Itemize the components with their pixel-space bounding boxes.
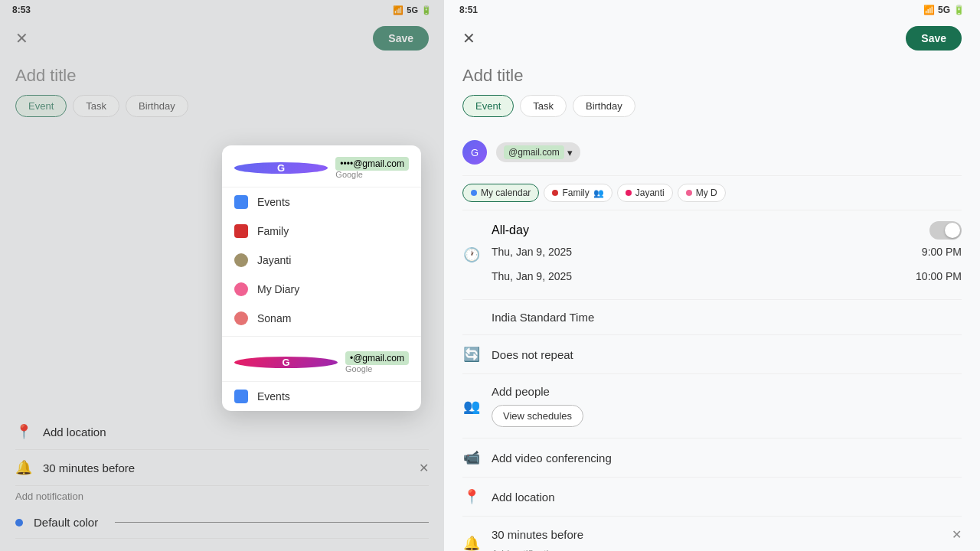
cal-item-events-2[interactable]: Events [222, 382, 421, 411]
tab-birthday-right[interactable]: Birthday [573, 95, 635, 117]
bell-icon-right: 🔔 [462, 535, 481, 551]
end-time: 10:00 PM [916, 270, 962, 282]
color-dot-jayanti [234, 253, 248, 267]
notification-label-right: 30 minutes before [492, 528, 583, 541]
time-right: 8:51 [459, 5, 478, 15]
add-people-label[interactable]: Add people [492, 385, 550, 398]
add-people-row: 👥 Add people View schedules [462, 374, 962, 439]
title-input-right[interactable] [462, 63, 962, 95]
clock-icon: 🕐 [462, 246, 481, 263]
avatar-account1: G [234, 162, 328, 174]
notification-close-right[interactable]: ✕ [952, 527, 962, 542]
view-schedules-button[interactable]: View schedules [492, 405, 583, 427]
tab-task-right[interactable]: Task [520, 95, 567, 117]
people-icon: 👥 [462, 398, 481, 415]
right-panel: 8:51 📶 5G 🔋 ✕ Save Event Task Birthday G… [444, 0, 980, 551]
status-bar-right: 8:51 📶 5G 🔋 [444, 0, 980, 20]
account-info-2: •@gmail.com Google [345, 350, 409, 373]
account-info-1: ••••@gmail.com Google [335, 156, 409, 179]
cal-item-events-1[interactable]: Events [222, 187, 421, 217]
color-dot-family [234, 224, 248, 238]
start-datetime[interactable]: Thu, Jan 9, 2025 9:00 PM [492, 240, 962, 264]
signal-icon-right: 📶 [923, 5, 935, 15]
tab-event-right[interactable]: Event [462, 95, 514, 117]
type-tabs-right: Event Task Birthday [462, 95, 962, 117]
start-time: 9:00 PM [922, 246, 962, 258]
avatar-account2: G [234, 357, 338, 368]
notif-row-inner: 30 minutes before ✕ [492, 527, 962, 542]
chip-my-calendar[interactable]: My calendar [462, 184, 539, 202]
people-icon-chip: 👥 [593, 188, 604, 198]
allday-switch[interactable] [929, 221, 962, 240]
toggle-knob [945, 223, 960, 238]
chevron-down-icon: ▾ [567, 147, 573, 158]
calendar-email-button[interactable]: @gmail.com ▾ [496, 142, 580, 162]
calendar-email-text: @gmail.com [504, 145, 564, 159]
repeat-label: Does not repeat [492, 348, 573, 361]
account-row-2: G •@gmail.com Google [222, 340, 421, 382]
account-sub-1: Google [335, 170, 409, 179]
dropdown-divider [222, 336, 421, 337]
close-button-right[interactable]: ✕ [462, 29, 475, 47]
view-schedules-container: View schedules [492, 405, 962, 427]
location-row-right[interactable]: 📍 Add location [462, 478, 962, 517]
end-date: Thu, Jan 9, 2025 [492, 270, 572, 282]
notification-row-right: 🔔 30 minutes before ✕ Add notification [462, 517, 962, 551]
cal-item-sonam[interactable]: Sonam [222, 304, 421, 333]
add-notification-right[interactable]: Add notification [492, 548, 962, 551]
timezone-row[interactable]: India Standard Time [462, 300, 962, 335]
network-right: 5G [938, 5, 950, 15]
allday-content: All-day Thu, Jan 9, 2025 9:00 PM Thu, Ja… [492, 221, 962, 289]
video-conf-label: Add video conferencing [492, 452, 612, 465]
account-email-1: ••••@gmail.com [335, 156, 409, 170]
cal-label-events-2: Events [257, 390, 290, 403]
cal-label-sonam: Sonam [257, 312, 291, 324]
chip-myd[interactable]: My D [678, 184, 726, 202]
calendar-chips: My calendar Family 👥 Jayanti My D [462, 176, 962, 210]
chip-dot-myd [686, 190, 692, 196]
chip-dot-mycal [471, 190, 477, 196]
start-date: Thu, Jan 9, 2025 [492, 246, 572, 258]
account-row-1: G ••••@gmail.com Google [222, 145, 421, 187]
chip-label-jayanti: Jayanti [635, 187, 665, 198]
repeat-icon: 🔄 [462, 346, 481, 363]
chip-jayanti[interactable]: Jayanti [617, 184, 673, 202]
cal-item-mydiary[interactable]: My Diary [222, 275, 421, 304]
account-email-2: •@gmail.com [345, 350, 409, 364]
calendar-dropdown: G ••••@gmail.com Google Events Family Ja… [222, 145, 421, 411]
allday-label: All-day [492, 223, 529, 237]
chip-label-mycal: My calendar [481, 187, 531, 198]
location-label-right: Add location [492, 491, 555, 504]
account-sub-2: Google [345, 364, 409, 373]
cal-item-jayanti[interactable]: Jayanti [222, 246, 421, 275]
video-icon: 📹 [462, 449, 481, 466]
video-conf-row[interactable]: 📹 Add video conferencing [462, 439, 962, 478]
end-datetime[interactable]: Thu, Jan 9, 2025 10:00 PM [492, 264, 962, 289]
cal-item-family[interactable]: Family [222, 217, 421, 246]
chip-dot-jayanti [626, 190, 632, 196]
chip-family[interactable]: Family 👥 [544, 184, 612, 202]
color-dot-sonam [234, 311, 248, 325]
save-button-right[interactable]: Save [906, 26, 962, 51]
notif-content: 30 minutes before ✕ Add notification [492, 527, 962, 551]
cal-label-jayanti: Jayanti [257, 254, 291, 266]
add-people-content: Add people View schedules [492, 385, 962, 427]
status-icons-right: 📶 5G 🔋 [923, 5, 965, 15]
right-form: ✕ Save Event Task Birthday G @gmail.com … [444, 20, 980, 551]
cal-label-family: Family [257, 225, 289, 237]
allday-toggle: All-day [492, 221, 962, 240]
cal-label-mydiary: My Diary [257, 283, 299, 295]
chip-label-myd: My D [696, 187, 717, 198]
calendar-avatar: G [462, 140, 487, 165]
location-icon-right: 📍 [462, 488, 481, 505]
allday-row: 🕐 All-day Thu, Jan 9, 2025 9:00 PM Thu, … [462, 210, 962, 300]
repeat-row[interactable]: 🔄 Does not repeat [462, 335, 962, 374]
color-dot-events-1 [234, 195, 248, 209]
battery-icon-right: 🔋 [953, 5, 965, 15]
form-header-right: ✕ Save [462, 20, 962, 63]
left-panel: 8:53 📶 5G 🔋 ✕ Save Event Task Birthday G… [0, 0, 444, 551]
cal-label-events-1: Events [257, 196, 290, 208]
chip-label-family: Family [562, 187, 589, 198]
chip-dot-family [552, 190, 558, 196]
calendar-row: G @gmail.com ▾ [462, 132, 962, 176]
